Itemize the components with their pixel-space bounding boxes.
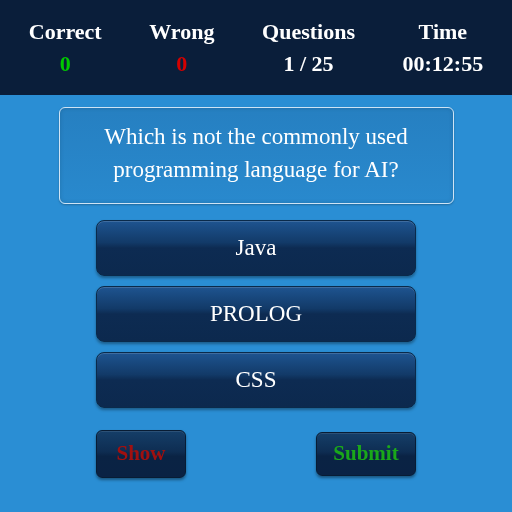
show-button[interactable]: Show <box>96 430 186 478</box>
stat-time-value: 00:12:55 <box>403 51 484 77</box>
stats-header: Correct 0 Wrong 0 Questions 1 / 25 Time … <box>0 0 512 95</box>
answer-option[interactable]: CSS <box>96 352 416 408</box>
stat-correct-label: Correct <box>29 19 102 45</box>
stat-time-label: Time <box>419 19 467 45</box>
stat-correct: Correct 0 <box>29 19 102 77</box>
stat-questions-value: 1 / 25 <box>283 51 333 77</box>
question-text: Which is not the commonly used programmi… <box>59 107 454 204</box>
stat-questions: Questions 1 / 25 <box>262 19 355 77</box>
stat-questions-label: Questions <box>262 19 355 45</box>
main-area: Which is not the commonly used programmi… <box>0 95 512 478</box>
answer-option[interactable]: Java <box>96 220 416 276</box>
controls-row: Show Submit <box>96 430 416 478</box>
stat-wrong-label: Wrong <box>149 19 214 45</box>
answer-option[interactable]: PROLOG <box>96 286 416 342</box>
stat-wrong: Wrong 0 <box>149 19 214 77</box>
stat-correct-value: 0 <box>60 51 71 77</box>
stat-wrong-value: 0 <box>176 51 187 77</box>
submit-button[interactable]: Submit <box>316 432 416 476</box>
answers-list: Java PROLOG CSS <box>96 220 416 408</box>
stat-time: Time 00:12:55 <box>403 19 484 77</box>
